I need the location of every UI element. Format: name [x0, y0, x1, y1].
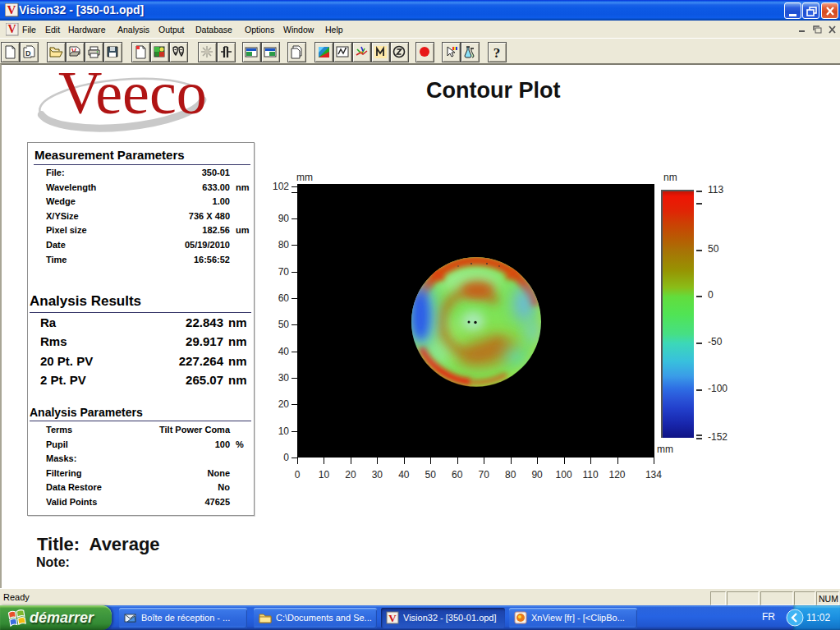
svg-text:V: V: [388, 612, 397, 624]
svg-text:V: V: [7, 23, 16, 35]
svg-text:Veeco: Veeco: [58, 67, 207, 126]
svg-text:?: ?: [493, 45, 501, 59]
svg-text:D: D: [25, 49, 31, 57]
svg-text:V: V: [7, 3, 16, 16]
